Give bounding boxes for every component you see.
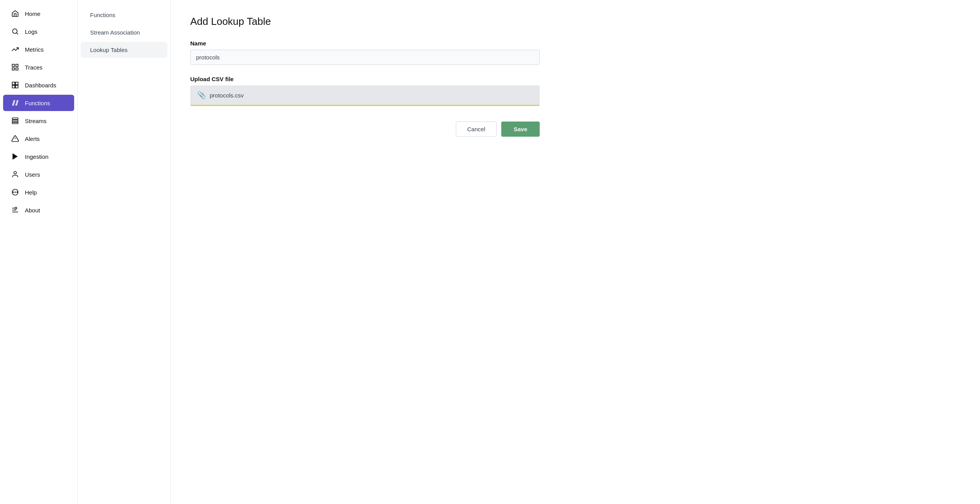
dashboards-icon	[11, 81, 19, 89]
secondary-sidebar: Functions Stream Association Lookup Tabl…	[78, 0, 171, 504]
upload-filename: protocols.csv	[210, 92, 244, 99]
sidebar-item-streams-label: Streams	[25, 118, 47, 124]
sidebar-item-ingestion-label: Ingestion	[25, 153, 49, 160]
cancel-button[interactable]: Cancel	[456, 122, 497, 137]
sidebar-item-functions-label: Functions	[25, 100, 50, 106]
secondary-item-functions[interactable]: Functions	[81, 7, 167, 23]
users-icon	[11, 170, 19, 179]
sidebar-item-dashboards-label: Dashboards	[25, 82, 56, 89]
clip-icon: 📎	[197, 91, 206, 99]
streams-icon	[11, 116, 19, 125]
about-icon	[11, 206, 19, 214]
sidebar-item-traces-label: Traces	[25, 64, 42, 71]
sidebar-item-logs-label: Logs	[25, 28, 38, 35]
sidebar-item-users[interactable]: Users	[3, 166, 74, 182]
svg-rect-8	[16, 85, 18, 88]
sidebar-item-functions[interactable]: Functions	[3, 95, 74, 111]
sidebar-item-home-label: Home	[25, 10, 40, 17]
left-sidebar: Home Logs Metrics Trace	[0, 0, 78, 504]
help-icon	[11, 188, 19, 196]
svg-rect-7	[12, 85, 15, 88]
sidebar-item-about-label: About	[25, 207, 40, 214]
sidebar-item-traces[interactable]: Traces	[3, 59, 74, 75]
main-content: Add Lookup Table Name Upload CSV file 📎 …	[171, 0, 980, 504]
svg-point-15	[14, 172, 17, 174]
sidebar-item-help-label: Help	[25, 189, 37, 196]
sidebar-item-about[interactable]: About	[3, 202, 74, 218]
svg-rect-11	[12, 122, 18, 123]
svg-rect-5	[12, 82, 15, 85]
svg-point-17	[13, 192, 14, 193]
sidebar-item-dashboards[interactable]: Dashboards	[3, 77, 74, 93]
sidebar-item-alerts[interactable]: Alerts	[3, 130, 74, 147]
svg-rect-9	[12, 118, 18, 120]
add-lookup-table-form: Name Upload CSV file 📎 protocols.csv	[190, 40, 540, 106]
home-icon	[11, 9, 19, 18]
upload-label: Upload CSV file	[190, 76, 540, 82]
svg-rect-2	[16, 64, 18, 67]
svg-rect-4	[16, 68, 18, 70]
name-label: Name	[190, 40, 540, 47]
sidebar-item-metrics[interactable]: Metrics	[3, 41, 74, 57]
svg-point-18	[15, 192, 16, 193]
svg-rect-3	[12, 68, 15, 70]
svg-point-0	[12, 29, 17, 33]
svg-rect-10	[12, 120, 18, 122]
secondary-item-stream-association[interactable]: Stream Association	[81, 24, 167, 40]
sidebar-item-users-label: Users	[25, 171, 40, 178]
sidebar-item-alerts-label: Alerts	[25, 136, 40, 142]
alerts-icon	[11, 134, 19, 143]
sidebar-item-logs[interactable]: Logs	[3, 23, 74, 40]
svg-point-19	[17, 192, 17, 193]
traces-icon	[11, 63, 19, 71]
page-title: Add Lookup Table	[190, 16, 961, 28]
svg-rect-6	[16, 82, 18, 85]
name-input[interactable]	[190, 50, 540, 65]
sidebar-item-help[interactable]: Help	[3, 184, 74, 200]
action-buttons: Cancel Save	[190, 122, 540, 137]
sidebar-item-streams[interactable]: Streams	[3, 113, 74, 129]
sidebar-item-home[interactable]: Home	[3, 5, 74, 22]
metrics-icon	[11, 45, 19, 54]
functions-icon	[11, 99, 19, 107]
svg-point-23	[15, 207, 17, 209]
ingestion-icon	[11, 152, 19, 161]
sidebar-item-metrics-label: Metrics	[25, 46, 43, 53]
search-icon	[11, 27, 19, 36]
secondary-item-lookup-tables[interactable]: Lookup Tables	[81, 42, 167, 58]
upload-csv-area[interactable]: 📎 protocols.csv	[190, 85, 540, 106]
sidebar-item-ingestion[interactable]: Ingestion	[3, 148, 74, 165]
svg-rect-1	[12, 64, 15, 67]
save-button[interactable]: Save	[501, 122, 540, 137]
